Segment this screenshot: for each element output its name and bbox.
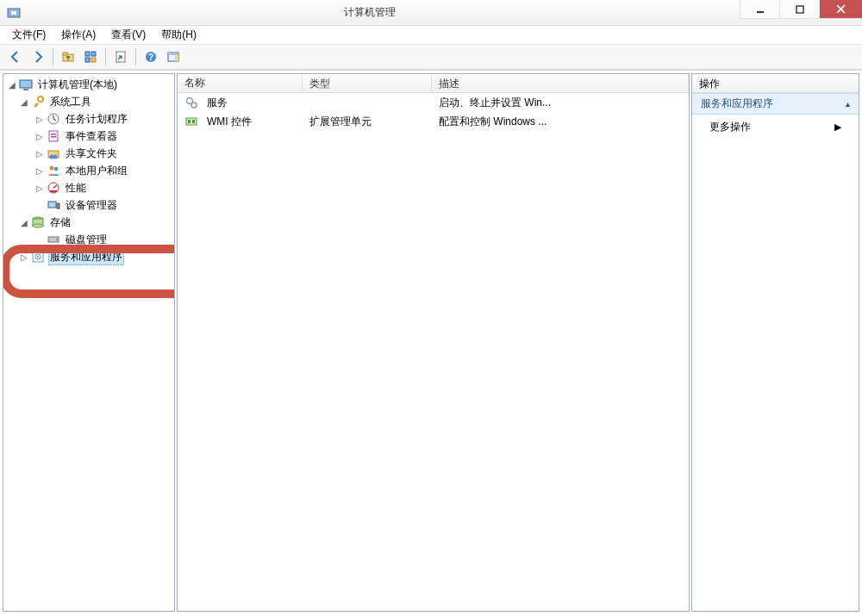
svg-point-25	[53, 155, 58, 159]
tree-label: 计算机管理(本地)	[36, 77, 119, 93]
tree-label: 系统工具	[48, 94, 93, 110]
tree-shared-folders[interactable]: ▷共享文件夹	[3, 145, 174, 162]
collapse-icon[interactable]: ▴	[846, 99, 850, 109]
help-button[interactable]: ?	[141, 47, 161, 67]
toolbar: ?	[0, 45, 862, 70]
svg-rect-15	[175, 55, 178, 61]
services-apps-icon	[31, 250, 45, 264]
tree-services-apps[interactable]: ▷ 服务和应用程序	[3, 248, 174, 265]
tree-disk-management[interactable]: 磁盘管理	[3, 231, 174, 248]
svg-point-33	[33, 224, 43, 227]
actions-more-label: 更多操作	[709, 120, 751, 134]
menu-view[interactable]: 查看(V)	[106, 26, 154, 44]
spacer	[34, 200, 45, 210]
tree-performance[interactable]: ▷性能	[3, 179, 174, 196]
svg-point-40	[191, 103, 197, 108]
close-button[interactable]	[819, 0, 862, 19]
svg-rect-21	[51, 134, 56, 135]
tree-system-tools[interactable]: ◢ 系统工具 ▷任务计划程序 ▷事件查看器 ▷共享文件夹 ▷本地用户和组 ▷性能…	[3, 93, 174, 214]
tree-storage[interactable]: ◢ 存储 磁盘管理	[3, 214, 174, 248]
refresh-button[interactable]	[110, 47, 131, 67]
svg-rect-5	[63, 53, 67, 55]
list-item-type: 扩展管理单元	[303, 115, 432, 129]
tools-icon	[31, 95, 45, 109]
tree-label: 事件查看器	[64, 128, 119, 145]
menu-file[interactable]: 文件(F)	[7, 26, 54, 44]
window-title: 计算机管理	[0, 5, 740, 20]
titlebar: 计算机管理	[0, 0, 862, 26]
svg-rect-41	[186, 118, 197, 125]
back-button[interactable]	[5, 47, 26, 67]
actions-more[interactable]: 更多操作 ▶	[692, 115, 859, 140]
toolbar-separator	[135, 48, 136, 65]
svg-rect-43	[192, 120, 195, 123]
tree-label: 共享文件夹	[64, 146, 119, 162]
svg-rect-2	[757, 11, 764, 13]
svg-rect-16	[20, 80, 32, 88]
svg-point-18	[38, 96, 43, 102]
actions-pane: 操作 服务和应用程序 ▴ 更多操作 ▶	[691, 73, 859, 612]
disk-icon	[47, 233, 60, 246]
svg-rect-22	[51, 136, 56, 138]
toolbar-separator	[105, 48, 106, 65]
collapse-icon[interactable]: ◢	[7, 79, 17, 90]
menubar: 文件(F) 操作(A) 查看(V) 帮助(H)	[0, 26, 862, 45]
expand-icon[interactable]: ▷	[34, 114, 45, 124]
svg-rect-29	[48, 202, 56, 208]
collapse-icon[interactable]: ◢	[19, 96, 29, 107]
svg-point-38	[37, 256, 39, 258]
toolbar-separator	[53, 48, 53, 65]
minimize-button[interactable]	[740, 0, 779, 19]
clock-icon	[47, 112, 60, 126]
app-icon	[7, 6, 21, 20]
svg-rect-7	[91, 52, 96, 56]
tree-label: 任务计划程序	[64, 111, 129, 128]
tree-label: 磁盘管理	[64, 232, 109, 248]
tree-task-scheduler[interactable]: ▷任务计划程序	[3, 110, 174, 128]
svg-point-26	[50, 166, 54, 171]
maximize-button[interactable]	[779, 0, 819, 19]
menu-action[interactable]: 操作(A)	[56, 26, 104, 44]
menu-help[interactable]: 帮助(H)	[156, 26, 205, 44]
list-pane: 名称 类型 描述 服务 启动、终止并设置 Win... WMI 控件 扩展管理单…	[177, 73, 690, 612]
expand-icon[interactable]: ▷	[34, 148, 45, 159]
tree-local-users[interactable]: ▷本地用户和组	[3, 162, 174, 179]
shared-folder-icon	[47, 146, 60, 160]
list-item[interactable]: 服务 启动、终止并设置 Win...	[178, 93, 689, 112]
expand-icon[interactable]: ▷	[34, 165, 45, 176]
forward-button[interactable]	[28, 47, 48, 67]
properties-button[interactable]	[80, 47, 101, 67]
list-header: 名称 类型 描述	[178, 74, 689, 93]
show-hide-button[interactable]	[163, 47, 184, 67]
tree-event-viewer[interactable]: ▷事件查看器	[3, 128, 174, 145]
actions-header: 操作	[692, 74, 859, 93]
column-desc[interactable]: 描述	[432, 74, 689, 92]
window-controls	[740, 0, 862, 25]
list-item[interactable]: WMI 控件 扩展管理单元 配置和控制 Windows ...	[178, 112, 689, 131]
actions-section[interactable]: 服务和应用程序 ▴	[692, 93, 859, 115]
svg-rect-14	[168, 53, 178, 55]
column-type[interactable]: 类型	[303, 74, 432, 92]
column-name[interactable]: 名称	[178, 74, 303, 92]
svg-rect-17	[23, 89, 28, 90]
svg-rect-1	[11, 11, 16, 15]
actions-section-label: 服务和应用程序	[701, 96, 773, 111]
up-button[interactable]	[58, 47, 78, 67]
collapse-icon[interactable]: ◢	[19, 217, 29, 227]
tree-label: 服务和应用程序	[48, 249, 124, 265]
tree-device-manager[interactable]: 设备管理器	[3, 196, 174, 214]
tree-label: 设备管理器	[64, 197, 119, 214]
svg-text:?: ?	[148, 53, 153, 62]
chevron-right-icon: ▶	[834, 121, 841, 133]
expand-icon[interactable]: ▷	[34, 183, 45, 193]
list-item-name: WMI 控件	[207, 115, 252, 129]
svg-point-35	[56, 239, 58, 240]
tree-label: 性能	[64, 180, 88, 196]
svg-rect-42	[188, 120, 191, 123]
tree-root[interactable]: ◢ 计算机管理(本地) ◢ 系统工具 ▷任务计划程序 ▷事件查看器	[3, 76, 174, 265]
device-icon	[47, 198, 60, 212]
expand-icon[interactable]: ▷	[34, 131, 45, 141]
performance-icon	[47, 181, 60, 195]
main-area: ◢ 计算机管理(本地) ◢ 系统工具 ▷任务计划程序 ▷事件查看器	[0, 70, 862, 614]
expand-icon[interactable]: ▷	[19, 252, 29, 262]
